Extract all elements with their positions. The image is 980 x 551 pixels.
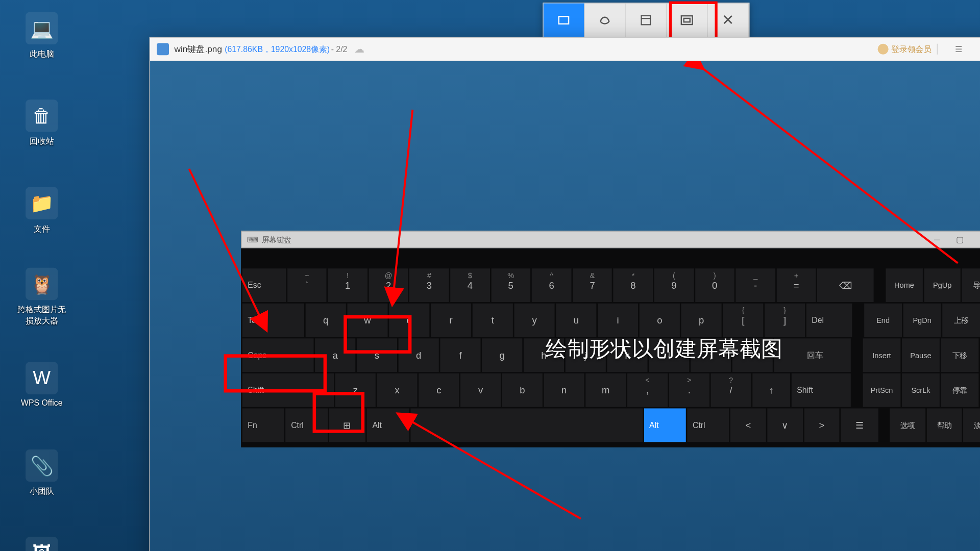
key-2[interactable]: @2 bbox=[369, 268, 408, 302]
file-index: - 2/2 bbox=[331, 44, 348, 54]
key-s[interactable]: s bbox=[357, 338, 397, 372]
desktop-icon[interactable]: 📁文件 bbox=[16, 187, 67, 235]
osk-icon: ⌨ bbox=[247, 235, 258, 244]
key-n[interactable]: n bbox=[544, 373, 584, 407]
navkey-Home[interactable]: Home bbox=[886, 268, 922, 302]
key-space[interactable] bbox=[410, 408, 643, 442]
key-7[interactable]: &7 bbox=[573, 268, 612, 302]
navkey-上移[interactable]: 上移 bbox=[942, 304, 980, 337]
key-6[interactable]: ^6 bbox=[532, 268, 571, 302]
key-f[interactable]: f bbox=[440, 338, 480, 372]
key-w[interactable]: w bbox=[347, 304, 387, 337]
navkey-ScrLk[interactable]: ScrLk bbox=[902, 373, 940, 407]
svg-rect-4 bbox=[684, 18, 690, 22]
key-⊞[interactable]: ⊞ bbox=[329, 408, 366, 442]
key-`[interactable]: ~` bbox=[287, 268, 327, 302]
osk-close[interactable]: ✕ bbox=[971, 235, 980, 244]
key-☰[interactable]: ☰ bbox=[841, 408, 878, 442]
key-=[interactable]: += bbox=[776, 268, 816, 302]
key--[interactable]: _- bbox=[736, 268, 775, 302]
osk-maximize[interactable]: ▢ bbox=[948, 235, 971, 244]
icon-label: WPS Office bbox=[16, 398, 67, 408]
snip-window-button[interactable] bbox=[626, 4, 667, 37]
key-Fn[interactable]: Fn bbox=[242, 408, 284, 442]
navkey-下移[interactable]: 下移 bbox=[941, 338, 979, 372]
key-x[interactable]: x bbox=[377, 373, 417, 407]
key-Alt[interactable]: Alt bbox=[644, 408, 686, 442]
desktop-icon[interactable]: 📎小团队 bbox=[16, 449, 67, 497]
desktop-icon[interactable]: 💻此电脑 bbox=[16, 12, 67, 60]
navkey-选项[interactable]: 选项 bbox=[890, 408, 925, 442]
login-link[interactable]: 登录领会员 bbox=[878, 43, 932, 55]
desktop-icon[interactable]: 🖼跨格式 bbox=[16, 537, 67, 551]
navkey-Pause[interactable]: Pause bbox=[902, 338, 940, 372]
key-∨[interactable]: ∨ bbox=[767, 408, 802, 442]
key-Esc[interactable]: Esc bbox=[242, 268, 286, 302]
key-4[interactable]: $4 bbox=[450, 268, 489, 302]
key-d[interactable]: d bbox=[399, 338, 439, 372]
key-q[interactable]: q bbox=[306, 304, 346, 337]
key-↑[interactable]: ↑ bbox=[752, 373, 790, 407]
app-icon: 🖼 bbox=[26, 537, 58, 551]
key-Tab[interactable]: Tab bbox=[242, 304, 304, 337]
menu-icon[interactable]: ☰ bbox=[947, 41, 970, 57]
snip-freeform-button[interactable] bbox=[584, 4, 625, 37]
key-b[interactable]: b bbox=[502, 373, 543, 407]
navkey-导航[interactable]: 导航 bbox=[962, 268, 980, 302]
desktop-icon[interactable]: 🗑回收站 bbox=[16, 99, 67, 147]
key-i[interactable]: i bbox=[598, 304, 638, 337]
key-r[interactable]: r bbox=[431, 304, 471, 337]
key-Del[interactable]: Del bbox=[806, 304, 852, 337]
key-m[interactable]: m bbox=[585, 373, 626, 407]
key-][interactable]: }] bbox=[765, 304, 805, 337]
desktop-icon[interactable]: WWPS Office bbox=[16, 362, 67, 408]
key-⌫[interactable]: ⌫ bbox=[817, 268, 874, 302]
key-1[interactable]: !1 bbox=[328, 268, 368, 302]
key-5[interactable]: %5 bbox=[491, 268, 530, 302]
snip-rect-button[interactable] bbox=[544, 4, 584, 37]
osk-minimize[interactable]: ─ bbox=[925, 235, 948, 244]
navkey-淡化[interactable]: 淡化 bbox=[964, 408, 980, 442]
key-u[interactable]: u bbox=[556, 304, 596, 337]
key-c[interactable]: c bbox=[419, 373, 459, 407]
navkey-Insert[interactable]: Insert bbox=[863, 338, 901, 372]
navkey-PgUp[interactable]: PgUp bbox=[924, 268, 961, 302]
key-t[interactable]: t bbox=[473, 304, 513, 337]
navkey-停靠[interactable]: 停靠 bbox=[941, 373, 979, 407]
key-p[interactable]: p bbox=[681, 304, 722, 337]
key-e[interactable]: e bbox=[389, 304, 429, 337]
key-z[interactable]: z bbox=[335, 373, 376, 407]
key->[interactable]: > bbox=[804, 408, 839, 442]
key-/[interactable]: ?/ bbox=[711, 373, 751, 407]
snip-close-button[interactable]: ✕ bbox=[708, 4, 749, 37]
key-Caps[interactable]: Caps bbox=[242, 338, 314, 372]
key-o[interactable]: o bbox=[640, 304, 680, 337]
key-,[interactable]: <, bbox=[627, 373, 668, 407]
desktop-icon[interactable]: 🦉跨格式图片无损放大器 bbox=[16, 268, 67, 327]
key-9[interactable]: (9 bbox=[654, 268, 694, 302]
fullscreen-icon[interactable]: ⛶ bbox=[974, 41, 980, 57]
key-.[interactable]: >. bbox=[669, 373, 709, 407]
key-y[interactable]: y bbox=[514, 304, 554, 337]
navkey-PrtScn[interactable]: PrtScn bbox=[863, 373, 901, 407]
key-0[interactable]: )0 bbox=[695, 268, 734, 302]
key-g[interactable]: g bbox=[482, 338, 522, 372]
key-Shift[interactable]: Shift bbox=[792, 373, 851, 407]
key-回车[interactable]: 回车 bbox=[774, 338, 850, 372]
navkey-帮助[interactable]: 帮助 bbox=[927, 408, 962, 442]
key-[[interactable]: {[ bbox=[723, 304, 763, 337]
navkey-End[interactable]: End bbox=[864, 304, 902, 337]
cloud-icon[interactable]: ☁ bbox=[354, 43, 364, 55]
navkey-PgDn[interactable]: PgDn bbox=[903, 304, 941, 337]
app-icon: 🦉 bbox=[26, 268, 58, 300]
key-Shift[interactable]: Shift bbox=[242, 373, 334, 407]
key-8[interactable]: *8 bbox=[614, 268, 653, 302]
key-<[interactable]: < bbox=[730, 408, 766, 442]
snip-fullscreen-button[interactable] bbox=[667, 4, 707, 37]
key-v[interactable]: v bbox=[460, 373, 501, 407]
key-a[interactable]: a bbox=[315, 338, 355, 372]
key-3[interactable]: #3 bbox=[409, 268, 449, 302]
key-Alt[interactable]: Alt bbox=[367, 408, 409, 442]
key-Ctrl[interactable]: Ctrl bbox=[687, 408, 729, 442]
key-Ctrl[interactable]: Ctrl bbox=[286, 408, 328, 442]
